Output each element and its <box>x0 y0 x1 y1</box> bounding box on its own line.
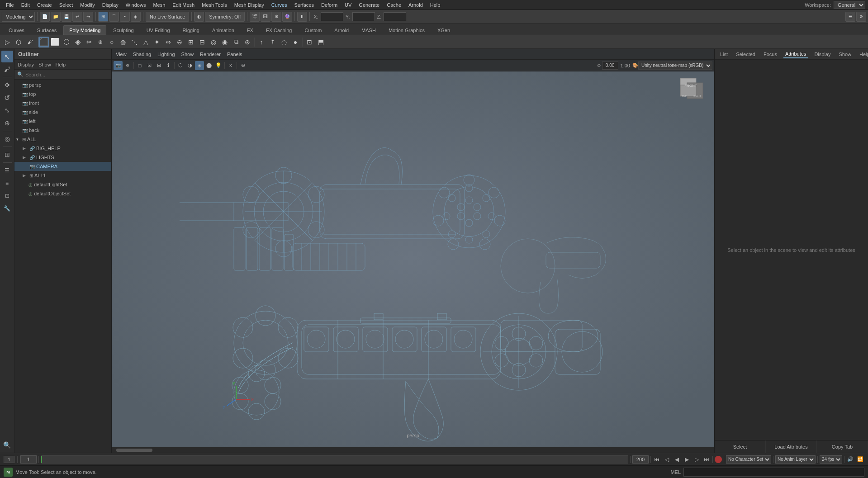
snap-curve-btn[interactable]: ⌒ <box>109 12 119 22</box>
cam-settings-btn[interactable]: ⚙ <box>123 61 132 70</box>
outliner-item-lights[interactable]: ▶ 🔗 LIGHTS <box>14 153 111 162</box>
vp-show-menu[interactable]: Show <box>179 51 196 58</box>
circularize-btn[interactable]: ○ <box>106 37 117 47</box>
xray-btn[interactable]: X <box>226 61 235 70</box>
soften-btn[interactable]: ◌ <box>279 37 289 47</box>
maya-icon[interactable]: M <box>4 468 13 477</box>
boolean-btn[interactable]: ⊖ <box>174 37 185 47</box>
fill-hole-btn[interactable]: ◈ <box>72 37 83 47</box>
duplicate-special-btn[interactable]: ⧉ <box>231 37 242 47</box>
step-back-btn[interactable]: ◁ <box>663 455 671 464</box>
loop-btn[interactable]: 🔁 <box>856 455 864 464</box>
autokey-btn[interactable] <box>715 456 722 463</box>
menu-item-display[interactable]: Display <box>99 1 122 9</box>
redo-btn[interactable]: ↪ <box>83 12 93 22</box>
tab-curves[interactable]: Curves <box>3 25 30 35</box>
pause-btn[interactable]: ⏸ <box>297 12 307 22</box>
gate-btn[interactable]: □ <box>135 61 144 70</box>
outliner-item-back[interactable]: 📷 back <box>14 126 111 135</box>
attr-tab-show[interactable]: Show <box>837 51 853 58</box>
fps-select[interactable]: 24 fps <box>820 455 842 464</box>
outliner-item-persp[interactable]: 📷 persp <box>14 80 111 90</box>
menu-item-modify[interactable]: Modify <box>77 1 98 9</box>
play-back-btn[interactable]: ◀ <box>673 455 681 464</box>
attr-tab-display[interactable]: Display <box>812 51 832 58</box>
undo-btn[interactable]: ↩ <box>72 12 82 22</box>
viewport[interactable]: View Shading Lighting Show Renderer Pane… <box>112 49 714 453</box>
menu-item-mesh-display[interactable]: Mesh Display <box>231 1 267 9</box>
paint-ops-btn[interactable]: 🖌 <box>1 63 13 75</box>
viewport-canvas[interactable]: X Y Z FRONT RIGHT TOP per <box>112 71 714 447</box>
multi-cut-btn[interactable]: ✂ <box>84 37 95 47</box>
outliner-item-default-light-set[interactable]: ◎ defaultLightSet <box>14 180 111 189</box>
outliner-item-all[interactable]: ▾ ⊞ ALL <box>14 135 111 144</box>
search-input[interactable] <box>25 72 109 77</box>
hypershade-btn[interactable]: 🔮 <box>282 12 292 22</box>
snap-view-btn[interactable]: ◈ <box>131 12 141 22</box>
show-manipulator-btn[interactable]: ⊞ <box>1 149 13 161</box>
tab-surfaces[interactable]: Surfaces <box>31 25 62 35</box>
cam-perspective-btn[interactable]: 📷 <box>114 61 123 70</box>
snap-point-btn[interactable]: • <box>120 12 130 22</box>
menu-item-file[interactable]: File <box>3 1 17 9</box>
light-btn[interactable]: 💡 <box>214 61 223 70</box>
channel-box-btn[interactable]: ☰ <box>1 165 13 176</box>
attr-copy-tab-btn[interactable]: Copy Tab <box>817 440 868 453</box>
attr-load-attributes-btn[interactable]: Load Attributes <box>766 440 817 453</box>
sound-btn[interactable]: 🔊 <box>846 455 854 464</box>
no-anim-layer-select[interactable]: No Anim Layer <box>775 455 816 464</box>
outliner-show-menu[interactable]: Show <box>37 62 52 68</box>
menu-item-cache[interactable]: Cache <box>384 1 404 9</box>
menu-item-arnold[interactable]: Arnold <box>405 1 426 9</box>
vp-view-menu[interactable]: View <box>114 51 129 58</box>
mirror-btn[interactable]: ⇔ <box>163 37 174 47</box>
universal-tool[interactable]: ⊕ <box>1 117 13 129</box>
menu-item-help[interactable]: Help <box>427 1 444 9</box>
menu-item-uv[interactable]: UV <box>342 1 355 9</box>
smooth-btn[interactable]: ◍ <box>118 37 128 47</box>
render-settings-btn[interactable]: ⚙ <box>271 12 281 22</box>
uv-editor-btn[interactable]: ⊡ <box>304 37 315 47</box>
paint-select-btn[interactable]: 🖌 <box>24 37 35 47</box>
exposure-input[interactable]: 0.00 <box>602 62 618 70</box>
tonemap-select[interactable]: Unity neutral tone-map (sRGB) <box>638 62 712 70</box>
menu-item-edit-mesh[interactable]: Edit Mesh <box>169 1 198 9</box>
tab-arnold[interactable]: Arnold <box>328 25 355 35</box>
mode-select[interactable]: Modeling <box>2 12 35 22</box>
menu-item-select[interactable]: Select <box>56 1 76 9</box>
open-scene-btn[interactable]: 📁 <box>51 12 61 22</box>
outliner-item-left[interactable]: 📷 left <box>14 117 111 126</box>
tab-fx-caching[interactable]: FX Caching <box>260 25 298 35</box>
instance-btn[interactable]: ⊛ <box>242 37 253 47</box>
outliner-item-top[interactable]: 📷 top <box>14 90 111 99</box>
separate-btn[interactable]: ⊟ <box>197 37 208 47</box>
outliner-display-menu[interactable]: Display <box>16 62 35 68</box>
remesh-btn[interactable]: ⋱ <box>129 37 140 47</box>
outliner-item-all1[interactable]: ▶ ⊞ ALL1 <box>14 171 111 180</box>
attr-editor-btn[interactable]: ≡ <box>1 177 13 189</box>
select-mode-btn[interactable]: ↖ <box>1 51 13 62</box>
tab-custom[interactable]: Custom <box>299 25 327 35</box>
connect-btn[interactable]: ⊕ <box>95 37 106 47</box>
conform-btn[interactable]: ⇡ <box>267 37 278 47</box>
play-btn[interactable]: ▶ <box>683 455 691 464</box>
vp-panels-menu[interactable]: Panels <box>225 51 245 58</box>
bevel-btn[interactable]: ⬜ <box>50 37 61 47</box>
symmetry-off-btn[interactable]: Symmetry: Off <box>205 12 245 22</box>
menu-item-windows[interactable]: Windows <box>123 1 149 9</box>
go-to-end-btn[interactable]: ⏭ <box>702 455 711 464</box>
normals-btn[interactable]: ↑ <box>256 37 267 47</box>
frame-end-input[interactable] <box>632 455 649 464</box>
outliner-item-side[interactable]: 📷 side <box>14 108 111 117</box>
scale-tool[interactable]: ⤡ <box>1 104 13 116</box>
shelf-btn1[interactable]: ☰ <box>845 12 855 22</box>
tab-sculpting[interactable]: Sculpting <box>107 25 139 35</box>
grid-btn[interactable]: ⊞ <box>154 61 163 70</box>
combine-btn[interactable]: ⊞ <box>185 37 196 47</box>
symmetry-toggle[interactable]: ◐ <box>194 12 204 22</box>
tab-uv-editing[interactable]: UV Editing <box>141 25 176 35</box>
wireframe-on-shaded-btn[interactable]: ◈ <box>195 61 204 70</box>
menu-item-edit[interactable]: Edit <box>18 1 33 9</box>
attr-tab-focus[interactable]: Focus <box>762 51 779 58</box>
attr-select-btn[interactable]: Select <box>715 440 766 453</box>
